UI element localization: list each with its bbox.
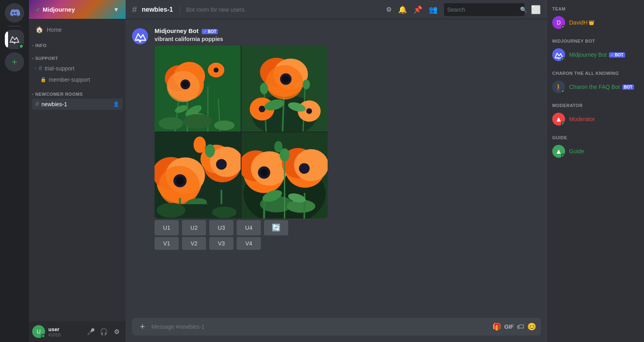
category-info[interactable]: › INFO (29, 37, 126, 49)
bot-badge-check: ✓ (203, 29, 206, 34)
sticker-icon[interactable]: 🏷 (517, 323, 524, 331)
channel-name-member-support: member-support (49, 76, 119, 83)
mj-bot-badge: ✓ BOT (609, 52, 625, 58)
upscale-buttons-row: U1 U2 U3 U4 🔄 (155, 220, 541, 235)
channel-newbies-1[interactable]: # newbies-1 👤 (32, 99, 122, 110)
home-icon: 🏠 (35, 26, 43, 33)
message-input[interactable] (151, 323, 489, 330)
user-area: U user #1010 🎤 🎧 ⚙ (29, 321, 126, 342)
pin-icon[interactable]: 📌 (413, 5, 422, 14)
svg-point-59 (157, 203, 185, 218)
user-info: user #1010 (48, 326, 82, 337)
bot-badge: ✓ BOT (202, 29, 218, 34)
svg-point-52 (194, 136, 206, 153)
svg-point-53 (205, 144, 215, 158)
svg-point-34 (303, 80, 310, 89)
mute-button[interactable]: 🎤 (85, 326, 97, 337)
u1-button[interactable]: U1 (155, 220, 179, 235)
svg-point-18 (214, 68, 219, 72)
gift-icon[interactable]: 🎁 (492, 322, 501, 331)
category-support[interactable]: › SUPPORT (29, 49, 126, 62)
search-box[interactable]: 🔍 (444, 3, 524, 16)
main-chat: # newbies-1 Bot room for new users. ⚙ 🔔 … (126, 0, 547, 342)
u2-button[interactable]: U2 (182, 220, 206, 235)
svg-point-67 (260, 169, 268, 176)
v1-button[interactable]: V1 (155, 237, 179, 250)
member-moderator[interactable]: ▲ Moderator (552, 111, 639, 127)
settings-button[interactable]: ⚙ (111, 326, 122, 337)
user-tag: #1010 (48, 332, 82, 337)
member-avatar-moderator: ▲ (552, 113, 565, 126)
mj-bot-name-row: Midjourney Bot ✓ BOT (569, 52, 625, 58)
sidebar-section-charon: CHARON THE ALL KNOWING 🚶 Charon the FAQ … (552, 71, 639, 95)
user-avatar-icon: U (37, 328, 41, 335)
svg-point-47 (176, 177, 184, 185)
channel-hash-icon: # (132, 4, 137, 15)
member-mj-bot[interactable]: Midjourney Bot ✓ BOT (552, 47, 639, 63)
add-server-button[interactable]: + (5, 52, 24, 72)
svg-point-21 (183, 114, 212, 129)
channel-name-trial-support: trial-support (45, 65, 119, 72)
server-icon-midjourney[interactable] (5, 30, 24, 49)
members-list-icon[interactable]: 👥 (429, 5, 438, 14)
channel-list: 🏠 Home › INFO › SUPPORT # trial-support … (29, 19, 126, 321)
chat-messages: Midjourney Bot ✓ BOT vibrant california … (126, 19, 547, 318)
category-newcomer-rooms[interactable]: › NEWCOMER ROOMS (29, 85, 126, 98)
crown-icon: 👑 (588, 20, 594, 25)
refresh-button[interactable]: 🔄 (264, 220, 288, 235)
image-grid[interactable] (155, 45, 328, 218)
bot-badge-text: BOT (208, 29, 216, 34)
chat-header-channel-name: newbies-1 (142, 6, 173, 13)
svg-point-16 (182, 82, 188, 87)
member-guide[interactable]: ▲ Guide (552, 143, 639, 159)
sidebar-section-mjbot: MIDJOURNEY BOT Midjourney Bot ✓ BOT (552, 39, 639, 63)
channel-name-newbies-1: newbies-1 (41, 101, 111, 107)
mjbot-section-title: MIDJOURNEY BOT (552, 39, 639, 43)
mj-bot-indicator (561, 57, 565, 61)
davidh-online-indicator (561, 25, 565, 29)
u3-button[interactable]: U3 (209, 220, 233, 235)
member-davidh[interactable]: D DavidH 👑 (552, 14, 639, 31)
notification-bell-icon[interactable]: 🔔 (398, 5, 407, 14)
message-item: Midjourney Bot ✓ BOT vibrant california … (126, 26, 547, 251)
svg-point-19 (159, 117, 183, 130)
svg-point-71 (299, 163, 310, 173)
channel-member-support[interactable]: 🔒 member-support (32, 74, 122, 85)
chevron-right-icon: › (32, 43, 34, 47)
search-input[interactable] (447, 6, 518, 13)
input-actions: 🎁 GIF 🏷 😊 (492, 322, 536, 331)
message-text: vibrant california poppies (155, 36, 541, 42)
bot-text: BOT (615, 53, 623, 57)
v3-button[interactable]: V3 (209, 237, 233, 250)
members-icon[interactable]: ⚙ (386, 6, 392, 13)
svg-point-70 (294, 149, 328, 181)
add-attachment-button[interactable]: + (137, 321, 148, 332)
server-dropdown-icon[interactable]: ▼ (113, 6, 119, 13)
server-name: Midjourney (43, 6, 75, 13)
username: user (48, 326, 82, 332)
v4-button[interactable]: V4 (237, 237, 261, 250)
member-icon: 👤 (113, 101, 119, 107)
hash-icon-newbies: # (35, 101, 39, 108)
chat-input-box: + 🎁 GIF 🏷 😊 (132, 318, 541, 336)
headset-button[interactable]: 🎧 (98, 326, 109, 337)
moderator-section-title: MODERATOR (552, 103, 639, 108)
member-avatar-guide: ▲ (552, 145, 565, 158)
server-icon-discord[interactable] (5, 3, 24, 23)
member-charon[interactable]: 🚶 Charon the FAQ Bot BOT (552, 79, 639, 95)
server-header[interactable]: ✓ Midjourney ▼ (29, 0, 126, 19)
u4-button[interactable]: U4 (237, 220, 261, 235)
member-name-mj-bot: Midjourney Bot (569, 52, 607, 58)
chevron-icon: › (32, 92, 34, 96)
charon-name-row: Charon the FAQ Bot BOT (569, 84, 634, 90)
emoji-icon[interactable]: 😊 (527, 322, 536, 331)
svg-point-51 (216, 159, 227, 169)
svg-point-36 (259, 106, 265, 112)
channel-trial-support[interactable]: # trial-support (32, 63, 122, 74)
v2-button[interactable]: V2 (182, 237, 206, 250)
bullet-dot (35, 68, 36, 69)
home-nav-item[interactable]: 🏠 Home (29, 23, 126, 37)
gif-icon[interactable]: GIF (504, 323, 514, 330)
inbox-icon[interactable]: ⬜ (531, 5, 541, 14)
guide-indicator (561, 154, 565, 158)
